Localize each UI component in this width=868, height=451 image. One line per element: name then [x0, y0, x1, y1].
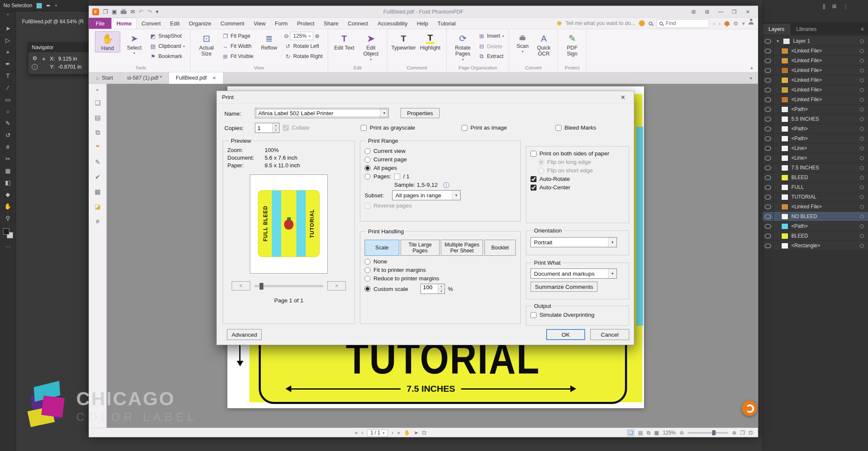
toolbar-collapse-icon[interactable]: « [6, 11, 9, 22]
email-icon[interactable]: ✉ [130, 8, 135, 15]
visibility-eye-icon[interactable] [763, 241, 774, 250]
layer-row[interactable]: <Linked File> [763, 95, 868, 105]
search-icon[interactable] [649, 22, 652, 25]
tab-layers[interactable]: Layers [763, 24, 791, 35]
expand-caret-icon[interactable]: ▼ [776, 39, 780, 43]
spin-down-icon[interactable]: ▼ [273, 128, 279, 133]
zoom-in-button[interactable]: ⊕ [315, 33, 320, 39]
layer-target-icon[interactable] [860, 215, 864, 219]
print-as-image-checkbox[interactable]: Print as image [462, 125, 507, 131]
subset-select[interactable]: All pages in range ▾ [392, 190, 461, 200]
visibility-eye-icon[interactable] [763, 75, 774, 85]
layer-row[interactable]: <Linked File> [763, 85, 868, 95]
auto-rotate-checkbox[interactable]: Auto-Rotate [531, 176, 625, 182]
visibility-eye-icon[interactable] [763, 124, 774, 133]
visibility-eye-icon[interactable] [763, 66, 774, 75]
tell-me-text[interactable]: Tell me what you want to do... [565, 20, 635, 26]
spin-up-icon[interactable]: ▲ [438, 284, 445, 289]
snapshot-button[interactable]: ◩ SnapShot [148, 31, 187, 41]
fit-width-button[interactable]: ↔ Fit Width [221, 42, 255, 51]
quick-ocr-button[interactable]: A Quick OCR [534, 31, 554, 58]
restore-button[interactable]: ❐ [727, 9, 741, 15]
layer-row[interactable]: <Rectangle> [763, 241, 868, 251]
visibility-eye-icon[interactable] [763, 56, 774, 65]
tab-tutorial[interactable]: Tutorial [433, 18, 460, 29]
style-swatch[interactable] [36, 3, 42, 8]
layer-target-icon[interactable] [860, 108, 864, 111]
layer-row-selected[interactable]: NO BLEED [763, 212, 868, 221]
layer-target-icon[interactable] [860, 78, 864, 82]
redo-icon[interactable]: ↷ [147, 8, 152, 15]
layer-target-icon[interactable] [860, 127, 864, 131]
fit-page-button[interactable]: ❐ Fit Page [221, 31, 255, 41]
visibility-eye-icon[interactable] [763, 153, 774, 163]
layer-row[interactable]: <Path> [763, 105, 868, 114]
insert-pages-button[interactable]: ⊞ Insert ▾ [477, 31, 506, 41]
customize-qat-icon[interactable]: ▾ [156, 8, 159, 15]
tab-organize[interactable]: Organize [184, 18, 216, 29]
next-page-button[interactable]: > [327, 281, 346, 291]
edit-object-button[interactable]: ➤ Edit Object ▾ [358, 31, 384, 62]
tab-list-button[interactable]: ▾ [744, 72, 758, 83]
expand-panel-icon[interactable]: ▸ [97, 87, 99, 92]
clipboard-button[interactable]: ▤ Clipboard ▾ [148, 42, 187, 51]
pages-radio[interactable]: Pages: [365, 173, 391, 180]
layer-target-icon[interactable] [860, 117, 864, 121]
highlight-button[interactable]: T Highlight [417, 31, 443, 52]
layer-row[interactable]: <Linked File> [763, 66, 868, 75]
copies-input[interactable] [255, 123, 272, 133]
share-grid-icon[interactable]: ⊞ [687, 9, 700, 15]
gradient-tool[interactable]: ◧ [5, 177, 11, 188]
security-panel-icon[interactable]: ◪ [94, 203, 100, 210]
zoom-in-icon[interactable]: ⊕ [732, 430, 736, 436]
find-previous-icon[interactable]: ‹ [713, 20, 715, 27]
visibility-eye-icon[interactable] [763, 46, 774, 55]
visibility-eye-icon[interactable] [763, 114, 774, 124]
ok-button[interactable]: OK [546, 329, 585, 340]
layer-row[interactable]: TUTORIAL [763, 192, 868, 202]
tile-large-pages-button[interactable]: Tile Large Pages [401, 240, 440, 256]
ellipse-tool[interactable]: ○ [6, 105, 9, 117]
bookmarks-panel-icon[interactable]: ▤ [94, 114, 100, 122]
tab-connect[interactable]: Connect [343, 18, 373, 29]
page-slider[interactable] [254, 285, 323, 287]
fields-panel-icon[interactable]: ▦ [94, 188, 100, 196]
attachments-panel-icon[interactable]: ✎ [95, 158, 100, 166]
tab-help[interactable]: Help [412, 18, 433, 29]
visibility-eye-icon[interactable] [763, 85, 774, 94]
gear-icon[interactable]: ⚙ [32, 55, 37, 61]
panel-dock-icon[interactable]: || [823, 3, 825, 9]
extract-pages-button[interactable]: ⧉ Extract [477, 52, 506, 61]
fill-stroke-swatches[interactable] [3, 228, 13, 238]
page-number-box[interactable]: 1 / 1 ▾ [367, 429, 388, 437]
zoom-slider-thumb[interactable] [712, 430, 716, 435]
doc-tab-st587[interactable]: st-587 (1).pdf * [120, 72, 169, 83]
delete-pages-button[interactable]: ⊟ Delete [477, 42, 506, 51]
auto-center-checkbox[interactable]: Auto-Center [531, 184, 625, 191]
tab-share[interactable]: Share [319, 18, 343, 29]
visibility-eye-icon[interactable] [763, 221, 774, 231]
dialog-close-button[interactable]: ✕ [617, 94, 629, 101]
layer-target-icon[interactable] [860, 244, 864, 248]
rectangle-tool[interactable]: ▭ [5, 94, 11, 105]
facing-view-icon[interactable]: ⧉ [647, 430, 650, 436]
undo-icon[interactable]: ↶ [139, 8, 144, 15]
help-bubble[interactable] [742, 401, 757, 416]
marquee-zoom-icon[interactable]: ⊡ [422, 430, 426, 436]
single-page-view-icon[interactable]: ❏ [627, 429, 634, 436]
layer-target-icon[interactable] [860, 234, 864, 238]
visibility-eye-icon[interactable] [763, 212, 774, 221]
minimize-button[interactable]: — [714, 9, 727, 15]
page-slider-thumb[interactable] [260, 283, 263, 290]
select-tool-icon[interactable]: ➤ [414, 430, 418, 436]
rotate-left-button[interactable]: ↺ Rotate Left [283, 42, 324, 51]
find-input[interactable] [666, 20, 706, 26]
layer-row[interactable]: <Linked File> [763, 202, 868, 212]
layer-target-icon[interactable] [860, 137, 864, 141]
zoom-slider[interactable] [688, 432, 728, 434]
edit-text-button[interactable]: T Edit Text [332, 31, 357, 52]
chevron-down-icon[interactable]: ▾ [742, 20, 745, 27]
layer-target-icon[interactable] [860, 88, 864, 92]
tab-view[interactable]: View [249, 18, 270, 29]
layer-target-icon[interactable] [860, 156, 864, 160]
